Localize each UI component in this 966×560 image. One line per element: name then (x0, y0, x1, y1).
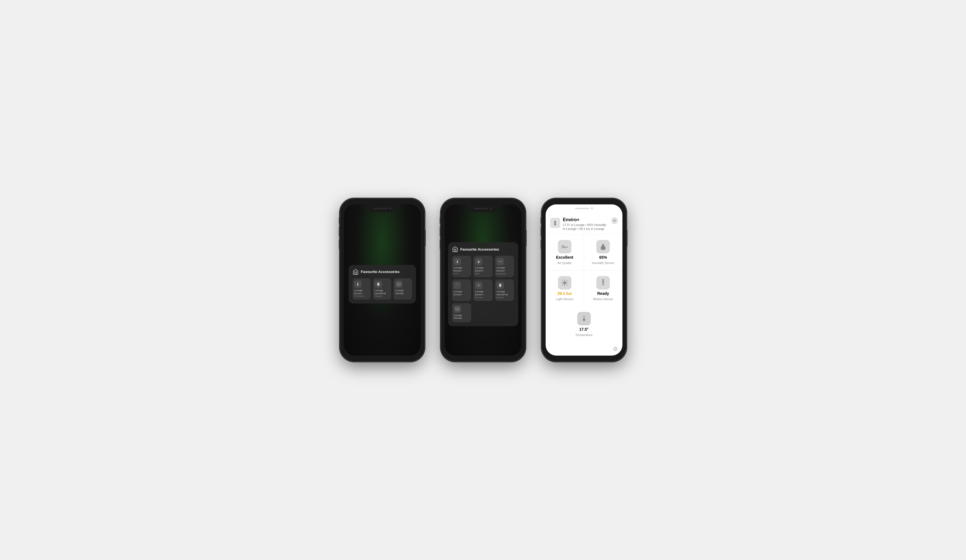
accessory-grid: LoungeEnviro+ 5 Sensors LoungeHomePod Pa… (353, 278, 412, 300)
tile-humidity[interactable]: LoungeEnviro+ 66% (473, 255, 493, 277)
tile-name: LoungeEnviro+ (475, 290, 484, 296)
svg-point-15 (499, 284, 501, 287)
volume-down-button (440, 239, 441, 249)
air-quality-icon (558, 240, 572, 254)
device-name: Enviro+ (563, 217, 608, 222)
sensor-light[interactable]: 39.1 lux Light Sensor (545, 270, 584, 306)
tile-status: 66% (475, 272, 480, 275)
tile-status: Paused (496, 296, 504, 299)
appletv-icon (454, 306, 461, 313)
widget-card: Favourite Accessories LoungeEnviro+ 17.0… (448, 242, 518, 326)
volume-down-button (339, 239, 340, 249)
tile-enviro[interactable]: LoungeEnviro+ 5 Sensors (353, 278, 371, 300)
homekit-screen-expanded: Favourite Accessories LoungeEnviro+ 17.0… (445, 205, 522, 355)
temperature-value: 17.5° (579, 327, 588, 332)
tile-name: LoungeTeeVee (454, 314, 462, 320)
tile-teevee2[interactable]: LoungeTeeVee (452, 303, 472, 322)
phone-1-screen: Favourite Accessories LoungeEnviro+ 5 Se… (344, 205, 421, 355)
tile-name: LoungeEnviro+ (454, 266, 462, 272)
sensor-temperature[interactable]: 17.5° Temperature (545, 306, 623, 342)
svg-point-31 (602, 279, 604, 281)
light-label: Light Sensor (556, 297, 573, 301)
sensor-motion[interactable]: Ready Motion Sensor (584, 270, 623, 306)
humidity-label: Humidity Sensor (592, 261, 614, 265)
svg-rect-16 (456, 308, 459, 310)
air-quality-value: Excellent (556, 255, 573, 260)
homekit-screen: Favourite Accessories LoungeEnviro+ 5 Se… (344, 205, 421, 355)
svg-point-22 (563, 281, 566, 284)
tile-status: 17.0° (454, 272, 459, 275)
volume-down-button (540, 239, 542, 249)
home-icon (353, 269, 359, 275)
tile-homepod[interactable]: LoungeHomePod Paused (373, 278, 391, 300)
svg-point-4 (377, 283, 380, 286)
tile-name: LoungeHomePod (375, 289, 386, 295)
svg-rect-18 (554, 221, 556, 224)
tile-name: LoungeEnviro+ (454, 290, 462, 296)
svg-rect-5 (397, 283, 401, 285)
tile-name: LoungeEnviro+ (475, 266, 484, 272)
settings-icon[interactable]: ⚙ (613, 345, 618, 352)
air-quality-label: Air Quality (557, 261, 572, 265)
svg-point-19 (554, 224, 556, 226)
tile-name: LoungeEnviro+ (496, 266, 505, 272)
sensor-humidity[interactable]: 65% Humidity Sensor (584, 234, 623, 270)
motion-icon (454, 282, 461, 289)
air-icon (496, 258, 504, 265)
appletv-icon (395, 280, 402, 288)
homepod-icon (375, 280, 382, 288)
tile-motion[interactable]: LoungeEnviro+ (452, 280, 472, 301)
tile-temp[interactable]: LoungeEnviro+ 17.0° (452, 255, 472, 277)
svg-line-29 (566, 280, 567, 281)
widget-card: Favourite Accessories LoungeEnviro+ 5 Se… (348, 265, 416, 304)
silent-switch (440, 217, 441, 224)
svg-line-27 (562, 280, 563, 281)
temp-icon (454, 258, 461, 265)
phone-3: Enviro+ 17.5° in Lounge • 65% Humidity i… (542, 199, 626, 361)
notch (567, 205, 601, 212)
widget-header: Favourite Accessories (353, 269, 412, 275)
motion-label: Motion Sensor (593, 297, 613, 301)
notch (365, 205, 399, 212)
humidity-icon (475, 258, 482, 265)
close-button[interactable]: ✕ (611, 217, 618, 224)
device-description: 17.5° in Lounge • 65% Humidity in Lounge… (563, 223, 608, 231)
phone-2: Favourite Accessories LoungeEnviro+ 17.0… (441, 199, 525, 361)
silent-switch (339, 217, 340, 224)
device-icon (550, 218, 560, 228)
light-value: 39.1 lux (557, 291, 572, 296)
enviro-icon (354, 280, 361, 288)
tile-status: Paused (375, 295, 382, 297)
homepod-icon (496, 282, 504, 289)
svg-rect-38 (584, 317, 584, 319)
tile-status: 5 Sensors (354, 295, 364, 297)
detail-info: Enviro+ 17.5° in Lounge • 65% Humidity i… (563, 217, 608, 231)
power-button (526, 229, 527, 246)
camera (389, 207, 391, 210)
humidity-value: 65% (599, 255, 607, 260)
motion-value: Ready (597, 291, 609, 296)
power-button (626, 229, 628, 246)
widget-header: Favourite Accessories (452, 246, 514, 252)
extra-row: LoungeTeeVee (452, 303, 514, 322)
sensor-grid: Excellent Air Quality 65% Humidity Senso… (545, 234, 623, 306)
speaker (474, 208, 488, 209)
tile-lux[interactable]: LoungeEnviro+ 30.6 lux (473, 280, 493, 301)
svg-line-35 (603, 283, 604, 285)
speaker (373, 208, 387, 209)
tile-airquality[interactable]: LoungeEnviro+ Excellent (495, 255, 514, 277)
sensor-air-quality[interactable]: Excellent Air Quality (545, 234, 584, 270)
detail-footer: ⚙ (545, 342, 623, 355)
svg-point-8 (457, 262, 458, 263)
detail-header: Enviro+ 17.5° in Lounge • 65% Humidity i… (545, 213, 623, 234)
lux-icon (475, 282, 482, 289)
temperature-label: Temperature (575, 333, 593, 337)
tile-status: Excellent (496, 272, 506, 275)
svg-point-1 (357, 284, 358, 286)
motion-sensor-icon (596, 276, 610, 290)
tile-teevee[interactable]: LoungeTeeVee (393, 278, 412, 300)
volume-up-button (440, 227, 441, 237)
tile-homepod2[interactable]: LoungeHomePod Paused (495, 280, 514, 301)
accessory-grid: LoungeEnviro+ 17.0° LoungeEnviro+ 66% (452, 255, 514, 301)
volume-up-button (339, 227, 340, 237)
